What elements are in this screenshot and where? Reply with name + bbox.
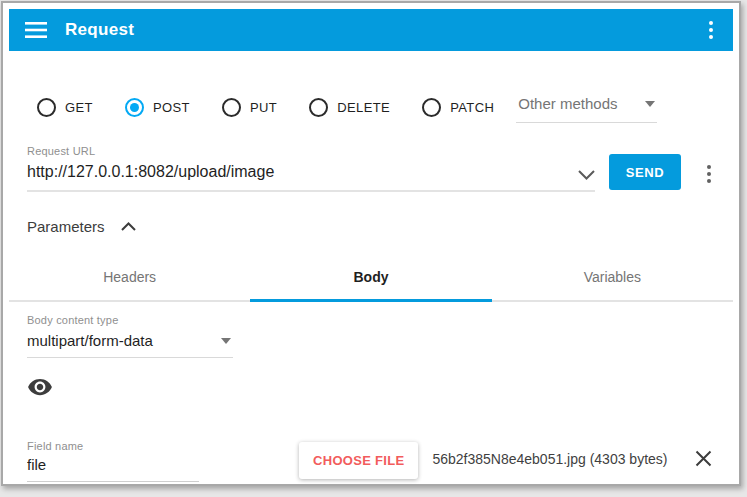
field-name-label: Field name (27, 440, 199, 452)
url-input-wrap (27, 159, 595, 192)
method-radio-label: PUT (250, 100, 277, 115)
radio-icon (37, 98, 56, 117)
eye-icon (27, 374, 53, 400)
body-content-type-label: Body content type (27, 314, 233, 326)
preview-toggle-button[interactable] (27, 374, 53, 400)
method-radio-label: PATCH (450, 100, 494, 115)
dropdown-arrow-icon (221, 338, 231, 344)
body-content-type-select[interactable]: multipart/form-data (27, 328, 233, 358)
method-radio-label: POST (153, 100, 190, 115)
chevron-up-icon (121, 222, 136, 231)
body-content-type-value: multipart/form-data (27, 332, 153, 349)
app-bar: Request (9, 9, 733, 51)
selected-file-info: 56b2f385N8e4eb051.jpg (4303 bytes) (432, 451, 667, 467)
hamburger-icon (25, 22, 47, 38)
url-label: Request URL (27, 145, 595, 157)
method-selector-row: GET POST PUT DELETE PATCH Other methods (27, 91, 715, 123)
request-form: GET POST PUT DELETE PATCH Other methods (3, 91, 739, 482)
choose-file-button[interactable]: CHOOSE FILE (299, 442, 418, 479)
appbar-overflow-menu-button[interactable] (705, 17, 717, 43)
request-url-input[interactable] (27, 159, 578, 190)
body-content-type-field: Body content type multipart/form-data (27, 314, 233, 358)
radio-icon (125, 98, 144, 117)
method-radio-label: DELETE (337, 100, 390, 115)
close-icon (694, 449, 713, 468)
parameters-label: Parameters (27, 218, 105, 235)
field-name-input[interactable] (27, 452, 199, 482)
send-button[interactable]: SEND (609, 154, 681, 190)
url-row: Request URL SEND (27, 145, 715, 192)
menu-button[interactable] (25, 22, 47, 38)
radio-icon (309, 98, 328, 117)
parameters-toggle[interactable]: Parameters (27, 218, 715, 235)
form-data-field-row: Field name CHOOSE FILE 56b2f385N8e4eb051… (27, 440, 715, 482)
preview-row (27, 374, 715, 400)
method-radio-patch[interactable]: PATCH (422, 98, 494, 117)
tab-body[interactable]: Body (250, 253, 491, 302)
remove-field-button[interactable] (692, 447, 715, 470)
method-radio-put[interactable]: PUT (222, 98, 277, 117)
request-overflow-menu-button[interactable] (703, 161, 715, 187)
other-methods-select[interactable]: Other methods (516, 91, 657, 123)
parameters-tabs: Headers Body Variables (9, 253, 733, 302)
request-window: Request GET POST PUT DELETE (1, 1, 741, 486)
tab-headers[interactable]: Headers (9, 253, 250, 302)
other-methods-value: Other methods (518, 95, 617, 112)
method-radio-post[interactable]: POST (125, 98, 190, 117)
kebab-icon (705, 17, 717, 43)
url-history-toggle[interactable] (578, 170, 595, 180)
radio-icon (422, 98, 441, 117)
method-radio-delete[interactable]: DELETE (309, 98, 390, 117)
url-field: Request URL (27, 145, 595, 192)
dropdown-arrow-icon (645, 101, 655, 107)
kebab-icon (703, 161, 715, 187)
method-radio-label: GET (65, 100, 93, 115)
page-title: Request (65, 20, 134, 40)
method-radio-get[interactable]: GET (37, 98, 93, 117)
field-name-field: Field name (27, 440, 199, 482)
tab-variables[interactable]: Variables (492, 253, 733, 302)
chevron-down-icon (578, 170, 595, 180)
radio-icon (222, 98, 241, 117)
